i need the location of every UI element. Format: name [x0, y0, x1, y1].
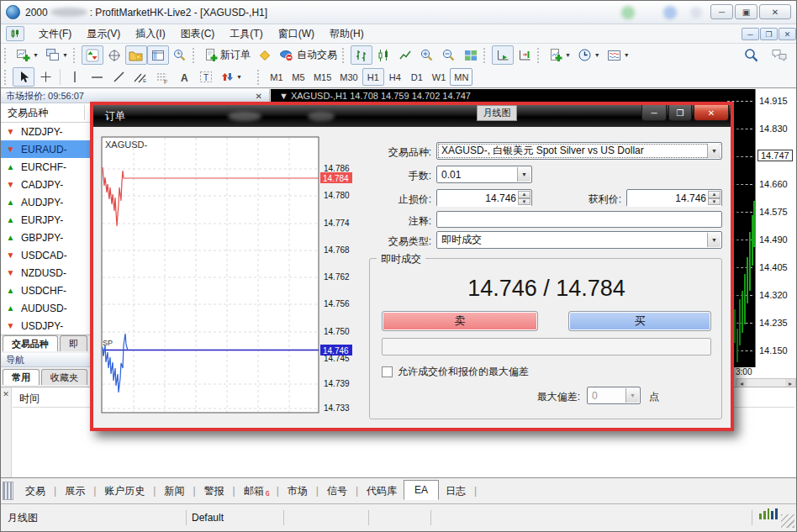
timeframe-h1[interactable]: H1 [362, 68, 384, 86]
order-dialog-titlebar[interactable]: 订单 ─ ❐ ✕ [93, 105, 731, 127]
tile-windows-button[interactable] [460, 45, 482, 65]
order-type-arrow-icon[interactable]: ▼ [707, 233, 720, 247]
stoploss-spin-buttons[interactable]: ▲▼ [518, 191, 530, 205]
takeprofit-spin-buttons[interactable]: ▲▼ [708, 191, 720, 205]
order-type-select[interactable]: 即时成交 ▼ [436, 231, 722, 249]
auto-scroll-button[interactable] [492, 45, 514, 65]
indicators-dropdown[interactable]: ▼ [565, 52, 571, 58]
maximize-button[interactable]: ▣ [735, 4, 757, 19]
periods-button[interactable]: ▼ [574, 45, 604, 65]
comment-input[interactable] [436, 211, 722, 228]
market-watch-button[interactable] [82, 45, 103, 65]
takeprofit-spinner[interactable]: ▲▼ [626, 189, 722, 207]
minimize-button[interactable]: ─ [710, 4, 733, 19]
dialog-minimize-button[interactable]: ─ [641, 105, 667, 121]
tab-symbols[interactable]: 交易品种 [3, 335, 58, 351]
status-profile[interactable]: Default [187, 512, 283, 524]
tab-mailbox[interactable]: 邮箱 [237, 484, 266, 498]
cursor-button[interactable] [13, 67, 34, 87]
terminal-close-icon[interactable]: ✕ [1, 390, 11, 398]
templates-dropdown[interactable]: ▼ [624, 52, 630, 58]
panel-grip[interactable] [3, 482, 13, 500]
metaeditor-button[interactable] [254, 45, 276, 65]
horizontal-line-button[interactable] [86, 67, 108, 87]
tab-trade[interactable]: 交易 [18, 484, 52, 498]
spin-up-icon[interactable]: ▲ [708, 191, 720, 198]
spin-down-icon[interactable]: ▼ [708, 198, 720, 206]
tab-tick-chart[interactable]: 即 [60, 335, 87, 351]
volume-select-arrow-icon[interactable]: ▼ [517, 167, 530, 182]
bar-chart-button[interactable] [351, 45, 372, 65]
mdi-close-button[interactable]: ✕ [779, 28, 796, 40]
menu-view[interactable]: 显示(V) [79, 24, 128, 44]
tab-news[interactable]: 新闻 [157, 484, 191, 498]
tab-market[interactable]: 市场 [281, 484, 314, 498]
close-button[interactable]: ✕ [759, 4, 791, 19]
tab-signals[interactable]: 信号 [320, 484, 354, 498]
sell-button[interactable]: 卖 [382, 311, 538, 331]
spin-up-icon[interactable]: ▲ [518, 191, 530, 198]
data-window-button[interactable] [103, 45, 125, 65]
timeframe-m15[interactable]: M15 [309, 68, 335, 86]
timeframe-w1[interactable]: W1 [428, 68, 451, 86]
menu-insert[interactable]: 插入(I) [128, 24, 172, 44]
timeframe-mn[interactable]: MN [450, 68, 472, 86]
indicators-button[interactable]: ▼ [546, 45, 574, 65]
mdi-restore-button[interactable]: ❐ [760, 28, 778, 40]
tab-favorites[interactable]: 收藏夹 [41, 369, 87, 385]
zoom-out-button[interactable] [438, 45, 460, 65]
menu-help[interactable]: 帮助(H) [322, 24, 372, 44]
buy-button[interactable]: 买 [568, 311, 711, 331]
timeframe-h4[interactable]: H4 [384, 68, 406, 86]
new-order-button[interactable]: 新订单 [201, 45, 254, 65]
symbol-select-arrow-icon[interactable]: ▼ [707, 144, 720, 158]
symbol-select[interactable]: XAGUSD-, 白银美元 Spot Silver vs US Dollar ▼ [436, 142, 722, 160]
profiles-dropdown[interactable]: ▼ [62, 52, 68, 58]
tab-account-history[interactable]: 账户历史 [98, 484, 151, 498]
new-chart-button[interactable]: ▼ [13, 45, 42, 65]
community-chat-button[interactable] [768, 45, 791, 65]
volume-select[interactable]: 0.01 ▼ [436, 166, 532, 183]
chart-shift-button[interactable] [514, 45, 536, 65]
equidistant-channel-button[interactable]: E [129, 67, 151, 87]
chart-menu-icon[interactable] [6, 26, 24, 41]
profiles-button[interactable]: ▼ [42, 45, 71, 65]
tab-alerts[interactable]: 警报 [198, 484, 231, 498]
max-deviation-arrow-icon[interactable]: ▼ [625, 388, 639, 403]
timeframe-d1[interactable]: D1 [406, 68, 428, 86]
trendline-button[interactable] [108, 67, 129, 87]
price-axis[interactable]: 14.915 14.830 14.747 14.660 14.575 14.49… [755, 89, 796, 367]
max-deviation-select[interactable]: 0 ▼ [587, 387, 641, 404]
dialog-close-button[interactable]: ✕ [694, 105, 729, 121]
zoom-in-button[interactable] [416, 45, 438, 65]
navigator-button[interactable] [125, 45, 147, 65]
candlestick-chart-button[interactable] [372, 45, 394, 65]
vertical-line-button[interactable] [64, 67, 86, 87]
tab-common[interactable]: 常用 [3, 369, 40, 385]
resize-grip[interactable] [781, 514, 794, 528]
arrows-button[interactable]: ▼ [217, 67, 245, 87]
timeframe-m5[interactable]: M5 [288, 68, 309, 86]
menu-window[interactable]: 窗口(W) [271, 24, 322, 44]
timeframe-m1[interactable]: M1 [266, 68, 288, 86]
tab-journal[interactable]: 日志 [439, 484, 472, 498]
autotrading-button[interactable]: 自动交易 [276, 45, 340, 65]
search-button[interactable] [741, 45, 763, 65]
menu-file[interactable]: 文件(F) [31, 24, 79, 44]
arrows-dropdown[interactable]: ▼ [236, 74, 242, 80]
timeframe-m30[interactable]: M30 [335, 68, 362, 86]
market-watch-close-icon[interactable]: ✕ [256, 92, 264, 101]
line-chart-button[interactable] [394, 45, 416, 65]
tab-experts[interactable]: EA [404, 480, 439, 500]
fibonacci-button[interactable]: F [151, 67, 173, 87]
new-chart-dropdown[interactable]: ▼ [33, 52, 39, 58]
dialog-restore-button[interactable]: ❐ [668, 105, 692, 121]
crosshair-tool-button[interactable] [34, 67, 56, 87]
templates-button[interactable]: ▼ [604, 45, 633, 65]
menu-tools[interactable]: 工具(T) [222, 24, 270, 44]
strategy-tester-button[interactable] [169, 45, 191, 65]
mdi-minimize-button[interactable]: ─ [742, 28, 759, 40]
text-label-button[interactable]: T [195, 67, 217, 87]
tab-exposure[interactable]: 展示 [58, 484, 92, 498]
deviation-checkbox[interactable] [382, 366, 393, 377]
